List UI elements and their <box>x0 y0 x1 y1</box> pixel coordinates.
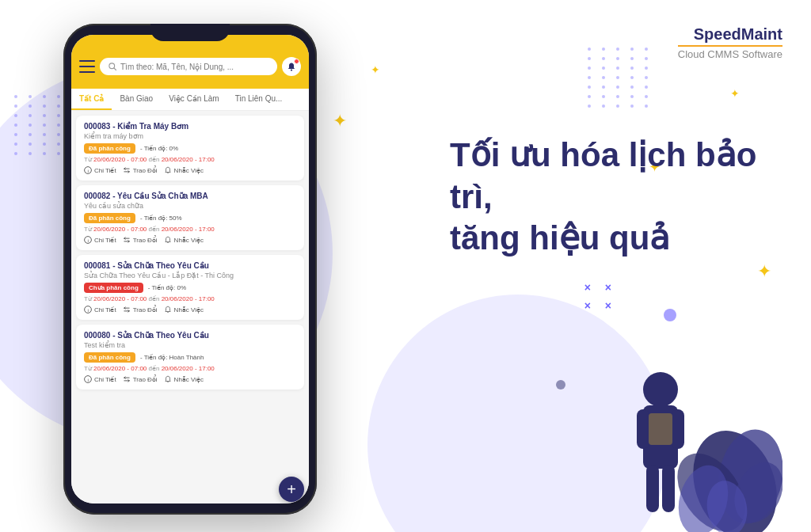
exchange-icon-3 <box>123 306 131 314</box>
exchange-btn-1[interactable]: Trao Đổi <box>123 166 158 174</box>
detail-btn-2[interactable]: i Chi Tiết <box>84 236 116 244</box>
order-meta-1: Đã phân công - Tiến độ: 0% <box>84 143 296 154</box>
order-actions-2: i Chi Tiết Trao Đổi Nhắc Việc <box>84 236 296 244</box>
orders-list: 000083 - Kiểm Tra Máy Bơm Kiểm tra máy b… <box>71 111 309 504</box>
info-icon-3: i <box>84 306 92 314</box>
phone-screen: Tất Cả Bàn Giao Việc Cần Làm Tin Liên Qu… <box>71 35 309 504</box>
remind-btn-3[interactable]: Nhắc Việc <box>164 306 204 314</box>
order-dates-3: Từ 20/06/2020 - 07:00 đến 20/06/2020 - 1… <box>84 295 296 302</box>
phone-header <box>71 35 309 89</box>
order-badge-1: Đã phân công <box>84 143 135 154</box>
notification-badge <box>294 59 299 64</box>
svg-rect-11 <box>662 465 675 512</box>
cross-icon-3: × <box>584 299 591 312</box>
svg-text:i: i <box>87 307 88 313</box>
order-title-4: 000080 - Sửa Chữa Theo Yêu Cầu <box>84 331 296 340</box>
svg-point-15 <box>291 69 292 70</box>
phone-tabs: Tất Cả Bàn Giao Việc Cần Làm Tin Liên Qu… <box>71 89 309 111</box>
svg-point-21 <box>167 242 168 243</box>
brand-subtitle: Cloud CMMS Software <box>678 45 782 60</box>
phone-notch <box>150 24 230 41</box>
cross-icon-2: × <box>605 281 611 294</box>
order-dates-2: Từ 20/06/2020 - 07:00 đến 20/06/2020 - 1… <box>84 226 296 233</box>
order-subtitle-3: Sửa Chữa Theo Yêu Cầu - Lắp Đặt - Thi Cô… <box>84 272 296 279</box>
svg-rect-12 <box>649 413 672 445</box>
brand: SpeedMaint Cloud CMMS Software <box>678 25 782 60</box>
star-icon-5: ✦ <box>757 261 771 282</box>
svg-point-18 <box>167 173 168 173</box>
bell-small-icon-4 <box>164 375 172 383</box>
order-meta-2: Đã phân công - Tiến độ: 50% <box>84 213 296 223</box>
svg-text:i: i <box>87 168 88 173</box>
svg-line-14 <box>114 68 116 70</box>
bell-small-icon-2 <box>164 236 172 244</box>
exchange-btn-2[interactable]: Trao Đổi <box>123 236 158 244</box>
hamburger-icon[interactable] <box>79 60 95 73</box>
order-meta-3: Chưa phân công - Tiến độ: 0% <box>84 283 296 293</box>
bell-small-icon-3 <box>164 306 172 314</box>
tab-all[interactable]: Tất Cả <box>71 89 112 110</box>
svg-text:i: i <box>87 238 88 243</box>
order-subtitle-4: Test kiểm tra <box>84 341 296 349</box>
remind-btn-1[interactable]: Nhắc Việc <box>164 166 204 174</box>
svg-point-6 <box>643 372 678 407</box>
order-dates-1: Từ 20/06/2020 - 07:00 đến 20/06/2020 - 1… <box>84 156 296 163</box>
detail-btn-4[interactable]: i Chi Tiết <box>84 375 116 383</box>
order-actions-1: i Chi Tiết Trao Đổi Nhắc Việc <box>84 166 296 174</box>
order-title-1: 000083 - Kiểm Tra Máy Bơm <box>84 122 296 131</box>
bell-icon[interactable] <box>282 57 301 76</box>
detail-btn-1[interactable]: i Chi Tiết <box>84 166 116 174</box>
info-icon-2: i <box>84 236 92 244</box>
order-badge-2: Đã phân công <box>84 213 135 223</box>
exchange-icon-1 <box>123 166 131 174</box>
order-card-3: 000081 - Sửa Chữa Theo Yêu Cầu Sửa Chữa … <box>76 255 304 320</box>
svg-rect-10 <box>646 465 659 512</box>
order-progress-1: - Tiến độ: 0% <box>140 145 178 152</box>
cross-icon-4: × <box>605 299 611 312</box>
order-title-3: 000081 - Sửa Chữa Theo Yêu Cầu <box>84 261 296 270</box>
svg-point-24 <box>167 312 168 313</box>
svg-point-27 <box>167 382 168 382</box>
search-input[interactable] <box>120 63 269 71</box>
phone-topbar <box>79 57 301 76</box>
detail-btn-3[interactable]: i Chi Tiết <box>84 306 116 314</box>
svg-rect-9 <box>672 409 684 449</box>
order-badge-3: Chưa phân công <box>84 283 143 293</box>
search-bar[interactable] <box>100 58 277 75</box>
order-subtitle-2: Yêu cầu sửa chữa <box>84 202 296 210</box>
order-progress-2: - Tiến độ: 50% <box>140 215 182 222</box>
exchange-btn-3[interactable]: Trao Đổi <box>123 306 158 314</box>
bell-small-icon-1 <box>164 166 172 174</box>
order-progress-3: - Tiến độ: 0% <box>148 284 186 291</box>
search-icon <box>108 62 117 71</box>
order-card-1: 000083 - Kiểm Tra Máy Bơm Kiểm tra máy b… <box>76 116 304 180</box>
brand-name: SpeedMaint <box>678 25 782 44</box>
person-illustration <box>621 358 700 532</box>
fab-button[interactable]: + <box>279 477 304 502</box>
exchange-icon-4 <box>123 375 131 383</box>
remind-btn-2[interactable]: Nhắc Việc <box>164 236 204 244</box>
svg-rect-8 <box>637 409 649 449</box>
phone-wrapper: Tất Cả Bàn Giao Việc Cần Làm Tin Liên Qu… <box>63 24 317 515</box>
dots-pattern-right: const dotsRight = document.querySelector… <box>588 48 653 108</box>
tab-handover[interactable]: Bàn Giao <box>112 89 161 110</box>
tab-todo[interactable]: Việc Cần Làm <box>161 89 227 110</box>
exchange-icon-2 <box>123 236 131 244</box>
star-icon-1: ✦ <box>333 111 347 131</box>
tab-related[interactable]: Tin Liên Qu... <box>227 89 291 110</box>
info-icon-1: i <box>84 166 92 174</box>
remind-btn-4[interactable]: Nhắc Việc <box>164 375 204 383</box>
order-title-2: 000082 - Yêu Cầu Sửa Chữa MBA <box>84 192 296 200</box>
cross-icon-1: × <box>584 281 591 294</box>
order-dates-4: Từ 20/06/2020 - 07:00 đến 20/06/2020 - 1… <box>84 365 296 372</box>
deco-dot-2 <box>556 380 565 390</box>
order-card-4: 000080 - Sửa Chữa Theo Yêu Cầu Test kiểm… <box>76 325 304 390</box>
exchange-btn-4[interactable]: Trao Đổi <box>123 375 158 383</box>
order-meta-4: Đã phân công - Tiến độ: Hoàn Thành <box>84 352 296 363</box>
deco-dot-1 <box>664 309 676 321</box>
star-icon-2: ✦ <box>371 63 380 76</box>
hero-text: Tối ưu hóa lịch bảo trì, tăng hiệu quả <box>450 135 782 260</box>
order-progress-4: - Tiến độ: Hoàn Thành <box>140 354 204 361</box>
order-card-2: 000082 - Yêu Cầu Sửa Chữa MBA Yêu cầu sử… <box>76 185 304 250</box>
order-subtitle-1: Kiểm tra máy bơm <box>84 132 296 140</box>
